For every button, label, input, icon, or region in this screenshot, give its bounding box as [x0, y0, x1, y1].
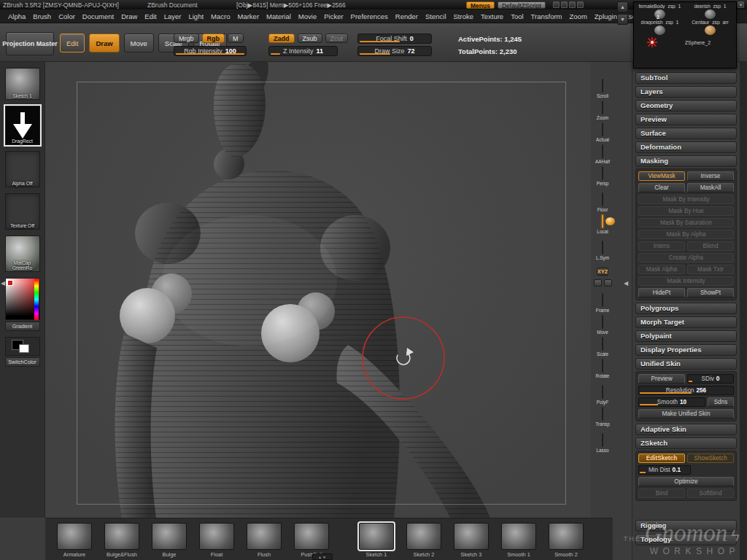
menu-item[interactable]: Transform [527, 11, 566, 22]
tool-item-femalebody[interactable]: femaleBody_zsp_1 2 [636, 4, 684, 19]
palette-section-subtool[interactable]: SubTool [635, 72, 737, 84]
palette-section-adaptive-skin[interactable]: Adaptive Skin [635, 424, 737, 435]
palette-section-deformation[interactable]: Deformation [635, 141, 737, 153]
menu-item[interactable]: Edit [141, 11, 160, 22]
palette-section-display-properties[interactable]: Display Properties [635, 344, 737, 356]
showsketch-button[interactable]: ShowSketch [687, 454, 734, 463]
brush-preset-pushpull[interactable]: PushPull [293, 523, 330, 558]
zoom-button[interactable]: Zoom [592, 101, 613, 120]
axis-toggle-icon-1[interactable] [594, 279, 602, 287]
switch-color-label[interactable]: SwitchColor [5, 357, 40, 367]
focal-shift-slider[interactable]: Focal Shift 0 [357, 34, 432, 44]
menu-item[interactable]: Brush [29, 11, 55, 22]
lasso-button[interactable]: Lasso [592, 434, 613, 453]
mrgb-button[interactable]: Mrgb [174, 34, 199, 43]
menu-item[interactable]: Marker [233, 11, 263, 22]
brush-preset-smooth1[interactable]: Smooth 1 [500, 523, 538, 558]
window-close-icon[interactable]: ✕ [738, 1, 744, 8]
palette-section-topology[interactable]: Topology [635, 534, 737, 545]
color-picker[interactable]: Gradient [4, 278, 41, 331]
scale3d-button[interactable]: Scale [592, 338, 613, 357]
maskall-button[interactable]: MaskAll [687, 183, 734, 192]
menu-item[interactable]: Color [55, 11, 79, 22]
palette-section-unified-skin[interactable]: Unified Skin [635, 358, 737, 370]
sdiv-slider[interactable]: SDiv 0 [687, 374, 734, 384]
axis-toggle-icon-2[interactable] [604, 279, 612, 287]
menu-item[interactable]: Preferences [347, 11, 392, 22]
make-unified-skin-button[interactable]: Make Unified Skin [638, 409, 734, 419]
titlebar-doc-icon-2[interactable] [561, 1, 568, 8]
edit-mode-button[interactable]: Edit [60, 34, 85, 52]
unified-preview-button[interactable]: Preview [638, 374, 685, 384]
brush-preset-smooth2[interactable]: Smooth 2 [547, 523, 585, 558]
rotate3d-button[interactable]: Rotate [592, 359, 613, 378]
tool-item-deerish[interactable]: deerish_zsp_1 [686, 4, 734, 19]
palette-section-masking[interactable]: Masking [635, 155, 737, 167]
inverse-mask-button[interactable]: Inverse [687, 171, 734, 181]
menu-item[interactable]: Texture [477, 11, 507, 22]
tool-item-centaur[interactable]: Centaur_zsp_arr [686, 20, 734, 35]
palette-section-preview[interactable]: Preview [635, 114, 737, 125]
sdns-button[interactable]: Sdns [708, 397, 734, 407]
palette-section-rigging[interactable]: Rigging [635, 520, 737, 532]
z-intensity-slider[interactable]: Z Intensity 11 [268, 46, 338, 56]
hidept-button[interactable]: HidePt [638, 288, 685, 298]
zcut-button[interactable]: Zcut [325, 34, 349, 43]
brush-preset-sketch1-selected[interactable]: Sketch 1 [357, 523, 395, 558]
menu-item[interactable]: Layer [160, 11, 185, 22]
brush-preset-flush[interactable]: Flush [245, 523, 283, 558]
right-panel-collapse-icon[interactable]: ◀ [624, 280, 628, 287]
alpha-selector[interactable]: Alpha Off [4, 151, 41, 187]
titlebar-doc-icon-3[interactable] [569, 1, 576, 8]
floor-button[interactable]: Floor [592, 193, 613, 212]
viewmask-button[interactable]: ViewMask [638, 171, 685, 181]
titlebar-doc-icon-4[interactable] [577, 1, 584, 8]
menu-item[interactable]: Picker [320, 11, 347, 22]
scroll-button[interactable]: Scroll [592, 79, 613, 98]
palette-section-morph-target[interactable]: Morph Target [635, 316, 737, 328]
frame-button[interactable]: Frame [592, 294, 613, 313]
resolution-slider[interactable]: Resolution 256 [638, 386, 734, 395]
menu-item[interactable]: Render [392, 11, 422, 22]
current-brush-selector[interactable]: Sketch 1 [4, 68, 41, 100]
zsub-button[interactable]: Zsub [298, 34, 322, 43]
left-tray-collapse-icon[interactable]: ◀ [1, 280, 5, 287]
brush-preset-armature[interactable]: Armature [55, 523, 93, 558]
texture-selector[interactable]: Texture Off [4, 193, 41, 230]
material-selector[interactable]: MatCap GreenRo [4, 236, 41, 272]
local-button[interactable]: Local [592, 215, 613, 234]
brush-preset-sketch2[interactable]: Sketch 2 [405, 523, 443, 558]
default-zscript-button[interactable]: DefaultZScript [498, 1, 546, 9]
menu-item[interactable]: Movie [295, 11, 320, 22]
draw-size-slider[interactable]: Draw Size 72 [357, 46, 432, 56]
projection-master-button[interactable]: Projection Master [6, 32, 54, 55]
tray-resize-handle-icon[interactable]: ▲▼ [312, 553, 333, 560]
brush-preset-float[interactable]: Float [198, 523, 236, 558]
menu-item[interactable]: Alpha [4, 11, 29, 22]
brush-preset-bulge-flush[interactable]: Bulge&Flush [103, 523, 141, 558]
rgb-button[interactable]: Rgb [202, 34, 225, 43]
titlebar-doc-icon-1[interactable] [553, 1, 560, 8]
menu-item[interactable]: Document [79, 11, 117, 22]
menu-item[interactable]: Material [263, 11, 295, 22]
menu-item[interactable]: Stencil [422, 11, 450, 22]
smooth-slider[interactable]: Smooth 10 [638, 397, 705, 407]
stroke-selector[interactable]: DragRect [4, 106, 41, 145]
move-mode-button[interactable]: Move [124, 34, 154, 52]
popup-scroll-up-icon[interactable]: ▲ [617, 1, 628, 12]
menu-item[interactable]: Stroke [450, 11, 477, 22]
min-dist-slider[interactable]: Min Dist 0.1 [638, 465, 691, 475]
menu-item[interactable]: Light [185, 11, 207, 22]
actual-button[interactable]: Actual [592, 123, 613, 142]
menu-item[interactable]: Zplugin [591, 11, 621, 22]
document-canvas[interactable] [45, 62, 591, 518]
tool-item-zsphere2-current[interactable]: ZSphere_2 [636, 36, 734, 48]
m-button[interactable]: M [228, 34, 244, 43]
brush-preset-sketch3[interactable]: Sketch 3 [452, 523, 490, 558]
brush-preset-bulge[interactable]: Bulge [150, 523, 188, 558]
menus-toggle-button[interactable]: Menus [466, 1, 495, 9]
xyz-button[interactable]: XYZ [592, 263, 613, 276]
draw-mode-button[interactable]: Draw [89, 34, 119, 52]
palette-section-zsketch[interactable]: ZSketch [635, 438, 737, 449]
color-gradient-swatch[interactable] [5, 278, 40, 320]
